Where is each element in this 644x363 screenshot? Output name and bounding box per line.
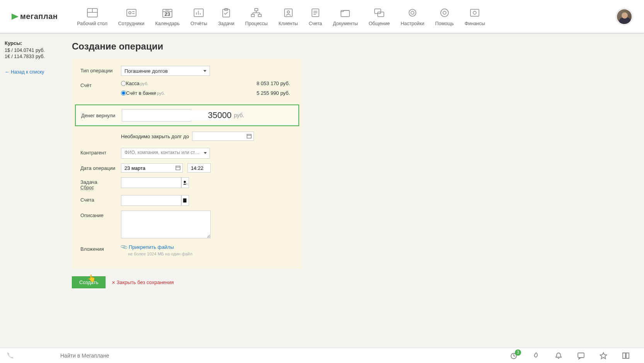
rates-title: Курсы: [5,40,62,46]
operation-date-input[interactable] [121,163,183,173]
nav-label: Рабочий стол [77,21,107,26]
chevron-down-icon [203,70,206,72]
help-icon [438,7,451,19]
avatar[interactable] [616,9,632,25]
sidebar: Курсы: 1$ / 104.0741 руб. 1€ / 114.7833 … [0,33,66,348]
attach-hint: не более 1024 МБ на один файл [128,252,294,256]
svg-point-32 [411,11,414,14]
invoices-icon [309,7,322,19]
description-label: Описание [80,211,121,218]
nav-label: Документы [333,21,358,26]
create-button[interactable]: Создать [72,276,106,288]
phone-icon[interactable] [6,351,14,360]
svg-rect-16 [255,9,258,11]
debt-deadline-input[interactable] [192,132,254,141]
invoices-input[interactable] [121,195,181,206]
attach-files-link[interactable]: Прикрепить файлы [129,244,174,250]
chevron-down-icon [204,152,207,154]
nav-label: Настройки [400,21,424,26]
nav-finance[interactable]: Финансы [465,7,485,26]
star-icon[interactable] [599,351,608,360]
reports-icon [192,7,205,19]
operation-form: Тип операции Погашение долгов Счёт Касса… [72,59,302,269]
book-icon[interactable] [622,351,630,360]
employees-icon [125,7,138,19]
nav-label: Счета [309,21,322,26]
account-radio-cash[interactable] [121,81,126,86]
rate-eur: 1€ / 114.7833 руб. [5,54,62,59]
back-to-list-link[interactable]: Назад к списку [5,69,44,75]
nav-employees[interactable]: Сотрудники [118,7,145,26]
date-label: Дата операции [80,163,121,171]
main-content: Создание операции Тип операции Погашение… [66,33,644,348]
invoices-picker-button[interactable] [181,195,189,206]
nav-label: Процессы [245,21,267,26]
nav-label: Задачи [218,21,234,26]
nav-clients[interactable]: Клиенты [279,7,298,26]
svg-rect-51 [578,353,584,358]
svg-point-34 [441,9,448,17]
svg-rect-3 [127,9,136,16]
reset-link[interactable]: Сброс [80,185,121,190]
nav-settings[interactable]: Настройки [400,7,424,26]
account-radio-bank[interactable] [121,91,126,96]
desktop-icon [86,7,99,19]
nav-label: Помощь [435,21,454,26]
account-name: Счёт в банке [126,90,156,96]
operation-time-input[interactable] [187,163,211,173]
description-textarea[interactable] [121,211,211,238]
attachments-label: Вложения [80,244,121,252]
nav-label: Отчёты [191,21,208,26]
counterparty-label: Контрагент [80,148,121,156]
global-search-input[interactable] [60,353,509,359]
nav-tasks[interactable]: Задачи [218,7,234,26]
task-input[interactable] [121,177,181,188]
nav-calendar[interactable]: март23 Календарь [155,7,180,26]
bell-icon[interactable] [554,351,563,360]
nav-reports[interactable]: Отчёты [191,7,208,26]
amount-label: Денег вернули [81,113,122,118]
svg-line-43 [186,183,187,184]
invoices-label: Счета [80,195,121,203]
account-label: Счёт [80,80,121,88]
nav-documents[interactable]: Документы [333,7,358,26]
svg-rect-23 [285,9,292,17]
timer-icon[interactable]: 3 [509,351,518,360]
task-label: Задача [80,179,121,185]
page-title: Создание операции [72,41,644,52]
cancel-link[interactable]: Закрыть без сохранения [112,279,174,285]
plane-icon [12,14,19,20]
svg-rect-18 [258,14,261,17]
amount-input[interactable] [125,110,232,120]
top-nav: мегаплан Рабочий стол Сотрудники март23 … [0,0,644,33]
svg-point-42 [184,181,186,183]
brand-name: мегаплан [20,12,58,21]
message-icon[interactable] [577,351,585,360]
nav-items: Рабочий стол Сотрудники март23 Календарь… [77,7,485,26]
tasks-icon [220,7,233,19]
rate-usd: 1$ / 104.0741 руб. [5,48,62,53]
notification-badge: 3 [515,349,521,356]
nav-desktop[interactable]: Рабочий стол [77,7,107,26]
counterparty-input[interactable]: ФИО, компания, контакты или стрелка вниз… [121,148,210,159]
amount-currency: руб. [234,112,244,118]
nav-label: Календарь [155,21,180,26]
paperclip-icon: 📎 [120,243,128,251]
nav-processes[interactable]: Процессы [245,7,267,26]
nav-label: Общение [369,21,390,26]
nav-invoices[interactable]: Счета [309,7,322,26]
chat-icon [373,7,386,19]
task-picker-button[interactable] [181,177,189,188]
nav-label: Клиенты [279,21,298,26]
svg-text:март: март [165,9,170,11]
operation-type-select[interactable]: Погашение долгов [121,66,210,76]
fire-icon[interactable] [532,351,540,360]
svg-rect-17 [251,14,254,17]
amount-input-wrapper: руб. [122,109,191,122]
select-value: Погашение долгов [124,68,168,74]
nav-chat[interactable]: Общение [369,7,390,26]
logo[interactable]: мегаплан [12,12,58,21]
svg-rect-36 [470,9,479,16]
nav-help[interactable]: Помощь [435,7,454,26]
svg-rect-10 [194,9,203,17]
